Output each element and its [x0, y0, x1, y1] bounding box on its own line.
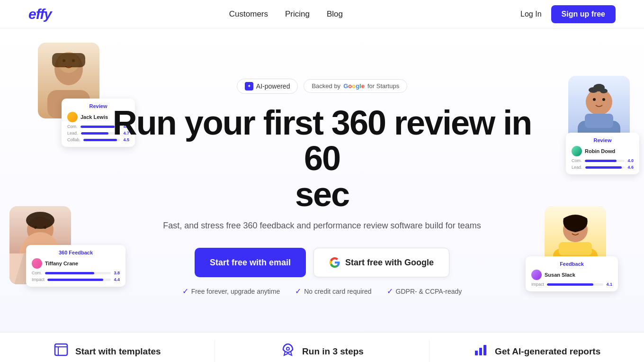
headline-line2: sec — [295, 175, 349, 213]
feedback-card-name-bl: Tiffany Crane — [45, 261, 78, 266]
bar-row-5: Impact 4.4 — [32, 277, 120, 282]
bar-track-6 — [585, 160, 625, 162]
hero-section: Review Jack Lewis Com. 4.2 Lead. 4.7 Col… — [0, 28, 644, 332]
ai-icon — [245, 82, 253, 90]
check-icon-3: ✓ — [387, 287, 393, 296]
feedback-card-label-br: Feedback — [531, 261, 612, 267]
check-free: ✓ Free forever, upgrade anytime — [182, 287, 280, 296]
feedback-card-name-br: Susan Slack — [545, 272, 575, 278]
feedback-card-bars-br: Impact 4.1 — [531, 282, 612, 287]
bar-label-6: Com. — [572, 158, 582, 163]
svg-rect-30 — [479, 348, 482, 355]
feedback-card-bars-bl: Com. 3.8 Impact 4.4 — [32, 271, 120, 282]
tab-templates[interactable]: Start with templates — [0, 333, 215, 362]
review-card-avatar-row-tr: Robin Dowd — [572, 146, 634, 156]
ai-powered-badge: AI-powered — [237, 79, 298, 94]
bar-fill-6 — [585, 160, 617, 162]
svg-rect-31 — [483, 345, 486, 355]
nav-link-blog[interactable]: Blog — [327, 9, 343, 19]
nav-links: Customers Pricing Blog — [229, 9, 343, 19]
badges-row: AI-powered Backed by Google for Startups — [237, 79, 407, 94]
svg-rect-16 — [585, 114, 613, 128]
bar-label-4: Com. — [32, 271, 42, 275]
hero-center: AI-powered Backed by Google for Startups… — [109, 79, 535, 296]
bar-row-8: Impact 4.1 — [531, 282, 612, 287]
check-no-card: ✓ No credit card required — [295, 287, 371, 296]
login-link[interactable]: Log In — [520, 10, 541, 18]
feedback-card-avatar-row-bl: Tiffany Crane — [32, 258, 120, 269]
bar-label-1: Com. — [67, 124, 78, 129]
bar-label-2: Lead. — [67, 131, 78, 136]
google-startups-text: for Startups — [367, 82, 399, 90]
svg-point-14 — [602, 98, 605, 101]
google-g-icon — [329, 257, 340, 268]
bar-track-7 — [585, 166, 625, 169]
bar-fill-5 — [47, 279, 103, 281]
svg-point-13 — [593, 98, 596, 101]
svg-point-12 — [586, 89, 612, 115]
check-icon-1: ✓ — [182, 287, 188, 296]
bar-track-4 — [45, 272, 111, 274]
check-label-2: No credit card required — [304, 288, 371, 295]
tab-reports-label: Get AI-generated reports — [495, 346, 600, 357]
svg-rect-24 — [559, 242, 592, 255]
svg-rect-29 — [475, 351, 478, 355]
backed-by-text: Backed by — [312, 82, 340, 90]
bar-score-7: 4.6 — [627, 165, 634, 170]
check-gdpr: ✓ GDPR- & CCPA-ready — [387, 287, 462, 296]
signup-button[interactable]: Sign up free — [551, 5, 616, 23]
check-icon-2: ✓ — [295, 287, 301, 296]
chart-icon — [473, 342, 488, 361]
bar-fill-7 — [585, 166, 622, 169]
templates-icon — [54, 342, 69, 361]
feedback-card-avatar-row-br: Susan Slack — [531, 270, 612, 280]
bar-track-8 — [547, 283, 603, 286]
start-google-button[interactable]: Start free with Google — [313, 248, 449, 277]
google-backed-badge: Backed by Google for Startups — [304, 79, 407, 93]
tab-steps[interactable]: Run in 3 steps — [215, 333, 429, 362]
svg-rect-5 — [52, 53, 85, 67]
svg-point-11 — [26, 212, 54, 229]
tab-templates-label: Start with templates — [75, 346, 161, 357]
bar-score-6: 4.0 — [627, 158, 634, 163]
nav-link-pricing[interactable]: Pricing — [285, 9, 310, 19]
start-google-label: Start free with Google — [345, 258, 434, 268]
tab-reports[interactable]: Get AI-generated reports — [429, 333, 644, 362]
bar-fill-2 — [81, 132, 109, 135]
cta-buttons: Start free with email Start free with Go… — [195, 248, 449, 277]
bar-row-6: Com. 4.0 — [572, 158, 634, 163]
tab-steps-label: Run in 3 steps — [302, 346, 364, 357]
review-card-top-right: Review Robin Dowd Com. 4.0 Lead. 4.6 — [566, 133, 639, 174]
bar-track-5 — [47, 279, 111, 281]
bar-fill-4 — [45, 272, 95, 274]
svg-point-18 — [600, 89, 608, 93]
start-email-button[interactable]: Start free with email — [195, 248, 306, 277]
hero-headline: Run your first 360 review in 60 sec — [109, 105, 535, 213]
check-label-3: GDPR- & CCPA-ready — [396, 288, 462, 295]
bar-label-7: Lead. — [572, 165, 582, 170]
bar-label-3: Collab. — [67, 137, 80, 142]
review-card-name-tr: Robin Dowd — [585, 148, 615, 154]
rocket-icon — [280, 342, 295, 361]
bar-fill-8 — [547, 283, 593, 286]
svg-rect-25 — [55, 344, 67, 355]
bar-row-4: Com. 3.8 — [32, 271, 120, 275]
google-logo-text: Google — [343, 82, 365, 90]
review-card-name: Jack Lewis — [80, 114, 108, 120]
trust-checks: ✓ Free forever, upgrade anytime ✓ No cre… — [182, 287, 462, 296]
review-card-avatar — [67, 112, 78, 122]
bottom-tabs-row: Start with templates Run in 3 steps Get … — [0, 332, 644, 362]
check-label-1: Free forever, upgrade anytime — [191, 288, 280, 295]
headline-line1: Run your first 360 review in 60 — [113, 104, 531, 178]
hero-subheadline: Fast, and stress free 360 feedback and p… — [163, 221, 481, 231]
logo[interactable]: effy — [28, 6, 52, 22]
review-card-bars-tr: Com. 4.0 Lead. 4.6 — [572, 158, 634, 170]
feedback-card-bottom-right: Feedback Susan Slack Impact 4.1 — [526, 256, 618, 291]
review-card-label-tr: Review — [572, 137, 634, 143]
feedback-card-avatar-bl — [32, 258, 42, 269]
bar-row-7: Lead. 4.6 — [572, 165, 634, 170]
feedback-card-label-bl: 360 Feedback — [32, 250, 120, 255]
review-card-avatar-tr — [572, 146, 582, 156]
nav-link-customers[interactable]: Customers — [229, 9, 268, 19]
nav-right: Log In Sign up free — [520, 5, 616, 23]
